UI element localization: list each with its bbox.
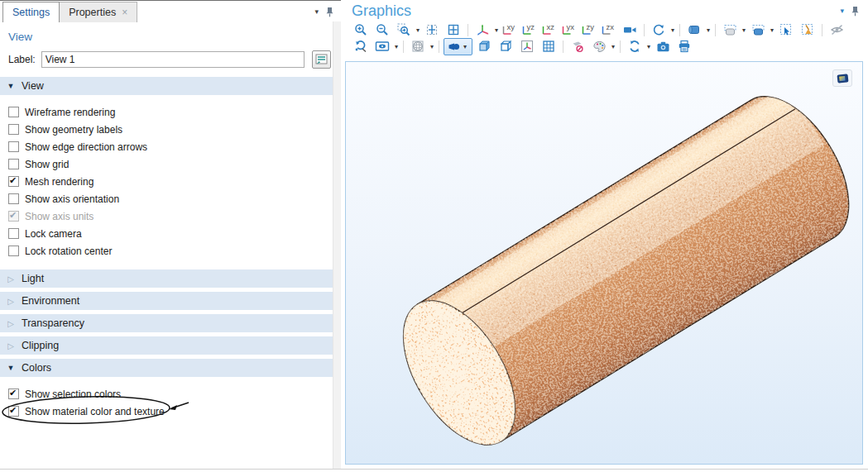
update-scene-dropdown[interactable]: ▾	[647, 43, 650, 50]
canvas-corner-button[interactable]	[832, 69, 852, 87]
view-hidden-button[interactable]	[827, 21, 846, 39]
surfaces-button[interactable]	[474, 38, 494, 55]
deselect-box-button[interactable]	[748, 21, 768, 39]
rotate-button[interactable]	[649, 21, 669, 39]
section-header-transparency[interactable]: ▷ Transparency	[0, 314, 333, 332]
reset-view-button[interactable]	[351, 38, 371, 55]
checkbox-box[interactable]	[8, 124, 19, 135]
chevron-down-icon[interactable]: ▾	[840, 7, 844, 15]
colors-checkbox-list: Show selection colors Show material colo…	[0, 381, 341, 422]
camera-projection-icon	[623, 24, 637, 36]
copper-cylinder-model[interactable]	[346, 62, 862, 464]
select-arrow-icon	[779, 23, 793, 36]
checkbox-label: Mesh rendering	[25, 176, 94, 188]
section-header-colors[interactable]: ▼ Colors	[0, 359, 333, 377]
checkbox-show-material-color-and-texture[interactable]: Show material color and texture	[8, 403, 341, 420]
environment-dropdown[interactable]: ▾	[430, 43, 434, 50]
checkbox-label: Lock camera	[25, 228, 82, 240]
zoom-extents-icon	[425, 23, 439, 36]
section-header-light[interactable]: ▷ Light	[0, 269, 333, 288]
checkbox-box[interactable]	[8, 246, 19, 256]
rename-button[interactable]	[312, 50, 331, 69]
scene-cylinder-dropdown[interactable]: ▾	[707, 26, 710, 34]
show-grid-button[interactable]	[539, 38, 559, 55]
projection-button[interactable]	[620, 21, 640, 39]
checkbox-box[interactable]	[8, 141, 19, 152]
section-header-clipping[interactable]: ▷ Clipping	[0, 336, 333, 355]
checkbox-mesh-rendering[interactable]: Mesh rendering	[8, 173, 341, 190]
checkbox-lock-rotation-center[interactable]: Lock rotation center	[8, 242, 341, 260]
section-header-view[interactable]: ▼ View	[0, 77, 333, 95]
select-box-dropdown[interactable]: ▾	[742, 26, 746, 34]
checkbox-show-grid[interactable]: Show grid	[8, 155, 341, 173]
view-zy-button[interactable]: zy	[580, 22, 599, 37]
environment-button[interactable]	[408, 38, 428, 55]
graphics-panel: Graphics ▾	[345, 0, 868, 470]
palette-icon	[592, 41, 607, 53]
palette-dropdown[interactable]: ▾	[611, 43, 615, 50]
checkbox-label: Show axis units	[25, 211, 94, 222]
checkbox-box[interactable]	[8, 228, 19, 239]
checkbox-show-selection-colors[interactable]: Show selection colors	[8, 385, 341, 403]
checkbox-box[interactable]	[8, 159, 19, 169]
zoom-to-selection-icon	[447, 23, 460, 36]
tab-properties[interactable]: Properties ×	[60, 2, 137, 22]
checkbox-show-edge-direction-arrows[interactable]: Show edge direction arrows	[8, 138, 341, 155]
zoom-out-button[interactable]	[372, 21, 392, 39]
checkbox-wireframe-rendering[interactable]: Wireframe rendering	[8, 103, 341, 121]
pin-icon[interactable]	[325, 7, 334, 17]
zoom-box-icon	[397, 23, 410, 36]
print-button[interactable]	[674, 38, 694, 55]
pin-icon[interactable]	[851, 6, 860, 17]
chevron-down-icon[interactable]: ▾	[314, 8, 319, 16]
select-box-icon	[723, 24, 737, 36]
zoom-box-button[interactable]	[394, 21, 414, 39]
visibility-eye-icon	[375, 41, 390, 52]
checkbox-box[interactable]	[8, 389, 19, 399]
rotate-dropdown[interactable]: ▾	[671, 26, 674, 34]
visibility-button[interactable]	[372, 38, 392, 55]
update-scene-button[interactable]	[625, 38, 645, 55]
checkbox-show-geometry-labels[interactable]: Show geometry labels	[8, 121, 341, 138]
wireframe-button[interactable]	[496, 38, 516, 55]
graphics-canvas[interactable]	[345, 61, 863, 465]
scene-light-button[interactable]: ▾	[444, 38, 472, 55]
view-zx-button[interactable]: zx	[600, 22, 619, 37]
section-label: Transparency	[22, 317, 84, 329]
checkbox-lock-camera[interactable]: Lock camera	[8, 225, 341, 242]
zoom-in-button[interactable]	[351, 21, 371, 39]
view-button-label: yx	[567, 22, 575, 31]
label-input[interactable]	[41, 51, 305, 68]
section-label: Light	[22, 273, 44, 284]
checkbox-box[interactable]	[8, 406, 19, 417]
deselect-box-dropdown[interactable]: ▾	[770, 26, 774, 34]
view-xz-button[interactable]: xz	[540, 22, 559, 37]
scene-cylinder-button[interactable]	[684, 21, 704, 39]
scene-light-dropdown[interactable]: ▾	[463, 43, 467, 50]
view-yx-button[interactable]: yx	[560, 22, 579, 37]
zoom-extents-button[interactable]	[422, 21, 442, 39]
select-in-box-button[interactable]	[776, 21, 796, 39]
select-box-button[interactable]	[720, 21, 740, 39]
disable-selection-button[interactable]	[568, 38, 587, 55]
checkbox-box[interactable]	[8, 176, 19, 187]
color-palette-button[interactable]	[589, 38, 609, 55]
default-view-dropdown[interactable]: ▾	[495, 26, 498, 34]
clear-selection-button[interactable]	[798, 21, 818, 39]
go-to-default-3d-view-button[interactable]	[472, 21, 492, 39]
checkbox-show-axis-orientation[interactable]: Show axis orientation	[8, 190, 341, 207]
vertical-scrollbar[interactable]	[333, 21, 341, 470]
tab-settings[interactable]: Settings	[2, 2, 60, 22]
close-icon[interactable]: ×	[122, 2, 127, 23]
checkbox-box[interactable]	[8, 193, 19, 204]
visibility-dropdown[interactable]: ▾	[395, 43, 398, 50]
zoom-box-dropdown[interactable]: ▾	[416, 26, 420, 34]
environment-globe-icon	[411, 40, 425, 53]
checkbox-box[interactable]	[8, 107, 19, 117]
section-header-environment[interactable]: ▷ Environment	[0, 292, 333, 310]
show-axis-button[interactable]	[517, 38, 537, 55]
view-yz-button[interactable]: yz	[520, 22, 540, 37]
snapshot-button[interactable]	[653, 38, 673, 55]
zoom-to-selection-button[interactable]	[444, 21, 463, 39]
view-xy-button[interactable]: xy	[501, 22, 520, 37]
